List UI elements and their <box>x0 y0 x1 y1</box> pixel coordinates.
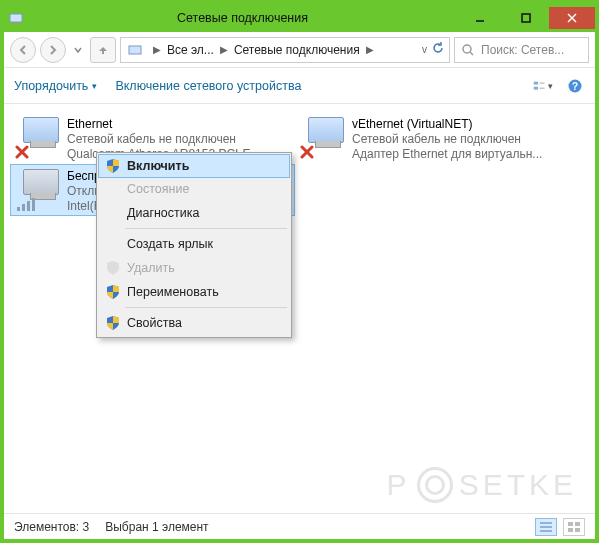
command-bar: Упорядочить▾ Включение сетевого устройст… <box>4 68 595 104</box>
adapter-status: Сетевой кабель не подключен <box>67 132 260 147</box>
chevron-right-icon[interactable]: ▶ <box>220 44 228 55</box>
explorer-window: Сетевые подключения ▶ Все эл... <box>0 0 599 543</box>
large-icons-view-button[interactable] <box>563 518 585 536</box>
titlebar: Сетевые подключения <box>4 4 595 32</box>
svg-rect-23 <box>568 522 573 526</box>
breadcrumb-segment[interactable]: Сетевые подключения <box>234 43 360 57</box>
disconnected-overlay-icon <box>300 145 314 159</box>
app-icon <box>4 10 28 26</box>
address-bar[interactable]: ▶ Все эл... ▶ Сетевые подключения ▶ v <box>120 37 450 63</box>
enable-device-button[interactable]: Включение сетевого устройства <box>115 79 301 93</box>
search-placeholder: Поиск: Сетев... <box>481 43 564 57</box>
location-icon <box>125 40 145 60</box>
adapter-icon <box>17 169 59 209</box>
maximize-button[interactable] <box>503 7 549 29</box>
shield-icon <box>105 260 121 276</box>
svg-rect-26 <box>575 528 580 532</box>
view-options-button[interactable]: ▾ <box>533 76 553 96</box>
ctx-delete: Удалить <box>99 256 289 280</box>
menu-separator <box>125 307 287 308</box>
svg-rect-3 <box>522 14 530 22</box>
svg-rect-10 <box>534 81 538 84</box>
details-view-button[interactable] <box>535 518 557 536</box>
close-button[interactable] <box>549 7 595 29</box>
chevron-right-icon[interactable]: ▶ <box>153 44 161 55</box>
minimize-button[interactable] <box>457 7 503 29</box>
shield-icon <box>105 158 121 174</box>
adapter-name: vEthernet (VirtualNET) <box>352 117 542 132</box>
menu-separator <box>125 228 287 229</box>
forward-button[interactable] <box>40 37 66 63</box>
search-icon <box>461 43 475 57</box>
history-dropdown[interactable] <box>70 37 86 63</box>
svg-rect-1 <box>13 22 19 24</box>
svg-rect-7 <box>129 46 141 54</box>
ctx-enable[interactable]: Включить <box>98 154 290 178</box>
svg-text:?: ? <box>572 81 578 92</box>
adapter-status: Сетевой кабель не подключен <box>352 132 542 147</box>
help-button[interactable]: ? <box>565 76 585 96</box>
watermark-ring-icon <box>417 467 453 503</box>
adapter-icon <box>17 117 59 157</box>
breadcrumb-segment[interactable]: Все эл... <box>167 43 214 57</box>
search-box[interactable]: Поиск: Сетев... <box>454 37 589 63</box>
chevron-right-icon[interactable]: ▶ <box>366 44 374 55</box>
svg-rect-11 <box>534 86 538 89</box>
shield-icon <box>105 315 121 331</box>
address-dropdown-icon[interactable]: v <box>422 44 427 55</box>
ctx-status: Состояние <box>99 177 289 201</box>
adapter-item[interactable]: vEthernet (VirtualNET) Сетевой кабель не… <box>295 112 580 164</box>
up-button[interactable] <box>90 37 116 63</box>
status-bar: Элементов: 3 Выбран 1 элемент <box>4 513 595 539</box>
content-area[interactable]: Ethernet Сетевой кабель не подключен Qua… <box>4 104 595 513</box>
adapter-device: Адаптер Ethernet для виртуальн... <box>352 147 542 162</box>
svg-point-8 <box>463 45 471 53</box>
ctx-rename[interactable]: Переименовать <box>99 280 289 304</box>
wifi-signal-icon <box>17 197 35 211</box>
ctx-create-shortcut[interactable]: Создать ярлык <box>99 232 289 256</box>
svg-line-9 <box>470 52 473 55</box>
svg-rect-25 <box>568 528 573 532</box>
svg-rect-0 <box>10 14 22 22</box>
adapter-icon <box>302 117 344 157</box>
watermark: P SETKE <box>387 467 577 503</box>
context-menu: Включить Состояние Диагностика Создать я… <box>96 152 292 338</box>
ctx-diagnose[interactable]: Диагностика <box>99 201 289 225</box>
ctx-properties[interactable]: Свойства <box>99 311 289 335</box>
refresh-button[interactable] <box>431 41 445 58</box>
window-title: Сетевые подключения <box>28 11 457 25</box>
organize-menu[interactable]: Упорядочить▾ <box>14 79 97 93</box>
selection-count: Выбран 1 элемент <box>105 520 208 534</box>
shield-icon <box>105 284 121 300</box>
chevron-down-icon: ▾ <box>92 81 97 91</box>
back-button[interactable] <box>10 37 36 63</box>
navigation-bar: ▶ Все эл... ▶ Сетевые подключения ▶ v По… <box>4 32 595 68</box>
svg-rect-24 <box>575 522 580 526</box>
adapter-name: Ethernet <box>67 117 260 132</box>
disconnected-overlay-icon <box>15 145 29 159</box>
item-count: Элементов: 3 <box>14 520 89 534</box>
